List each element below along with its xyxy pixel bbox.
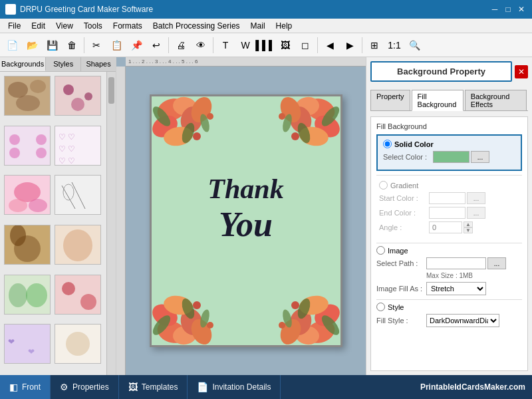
open-button[interactable]: 📂	[23, 36, 41, 55]
sidebar-scrollbar[interactable]	[106, 72, 116, 375]
start-color-browse-btn[interactable]: ...	[467, 192, 485, 204]
image-browse-btn[interactable]: ...	[487, 257, 506, 269]
cut-button[interactable]: ✂	[87, 36, 106, 55]
svg-point-22	[9, 283, 27, 307]
bg-thumb-11[interactable]: ❤❤	[4, 324, 51, 364]
forward-button[interactable]: ▶	[340, 36, 359, 55]
style-radio[interactable]	[376, 303, 385, 311]
menu-view[interactable]: View	[51, 20, 78, 32]
angle-input[interactable]	[429, 221, 462, 233]
bottom-tab-invitation-label: Invitation Details	[212, 382, 271, 392]
start-color-row: Start Color : ...	[379, 192, 519, 204]
select-path-input[interactable]	[426, 257, 486, 269]
svg-point-7	[36, 134, 47, 145]
zoom-100-button[interactable]: 1:1	[385, 36, 404, 55]
bg-thumb-8[interactable]	[55, 225, 101, 265]
tab-backgrounds[interactable]: Backgrounds	[0, 57, 46, 71]
start-color-swatch[interactable]	[429, 192, 466, 204]
toolbar: 📄 📂 💾 🗑 ✂ 📋 📌 ↩ 🖨 👁 T W ▌▌▌ 🖼 ◻ ◀ ▶ ⊞ 1:…	[0, 33, 532, 57]
bg-thumb-4[interactable]: ♡ ♡♡ ♡♡ ♡	[55, 126, 101, 166]
svg-point-2	[16, 95, 40, 111]
paste-button[interactable]: 📌	[127, 36, 146, 55]
maximize-button[interactable]: □	[503, 4, 513, 15]
angle-label: Angle :	[379, 223, 429, 231]
angle-spin-down[interactable]: ▼	[464, 227, 473, 233]
shape-button[interactable]: ◻	[296, 36, 315, 55]
bg-thumb-9[interactable]	[4, 275, 51, 315]
delete-button[interactable]: 🗑	[63, 36, 81, 55]
tab-styles[interactable]: Styles	[46, 57, 81, 71]
save-button[interactable]: 💾	[43, 36, 61, 55]
zoom-in-button[interactable]: 🔍	[405, 36, 424, 55]
image-fill-as-label: Image Fill As :	[376, 285, 426, 293]
svg-point-3	[63, 84, 74, 95]
divider-1	[376, 175, 522, 176]
gradient-label: Gradient	[390, 182, 418, 190]
fill-bg-label: Fill Background	[376, 122, 522, 130]
print-button[interactable]: 🖨	[172, 36, 190, 55]
style-section: Style Fill Style : DarkDownwardDiagona L…	[376, 303, 522, 327]
menu-edit[interactable]: Edit	[26, 20, 51, 32]
main-layout: Backgrounds Styles Shapes ♡ ♡♡ ♡♡ ♡	[0, 57, 532, 375]
ruler-top: 1 . . . 2 . . . 3 . . . 4 . . . 5 . . . …	[126, 57, 366, 66]
fill-style-select[interactable]: DarkDownwardDiagona LightDownwardDiag	[426, 314, 499, 327]
svg-point-21	[63, 229, 92, 261]
end-color-browse-btn[interactable]: ...	[467, 207, 485, 219]
panel-close-button[interactable]: ✕	[515, 65, 528, 78]
bottom-tab-front[interactable]: ◧ Front	[0, 375, 51, 399]
bottom-tab-templates[interactable]: 🖼 Templates	[119, 375, 188, 399]
bg-thumb-7[interactable]	[4, 225, 51, 265]
svg-point-24	[62, 282, 75, 295]
menu-mail[interactable]: Mail	[245, 20, 271, 32]
bottom-tab-templates-label: Templates	[142, 382, 178, 392]
back-button[interactable]: ◀	[321, 36, 339, 55]
svg-point-5	[71, 98, 84, 111]
image-radio[interactable]	[376, 246, 385, 255]
menu-help[interactable]: Help	[271, 20, 298, 32]
tab-fill-background[interactable]: Fill Background	[412, 90, 464, 111]
barcode-button[interactable]: ▌▌▌	[256, 36, 275, 55]
bg-thumb-10[interactable]	[55, 275, 101, 315]
end-color-swatch[interactable]	[429, 207, 466, 219]
minimize-button[interactable]: ─	[489, 4, 500, 15]
preview-button[interactable]: 👁	[192, 36, 210, 55]
menu-file[interactable]: File	[3, 20, 26, 32]
tab-bg-effects[interactable]: Background Effects	[465, 90, 527, 110]
svg-text:♡ ♡: ♡ ♡	[59, 156, 75, 165]
greeting-card[interactable]: Thank You	[150, 94, 342, 347]
gradient-radio[interactable]	[379, 181, 388, 190]
solid-color-swatch[interactable]	[433, 151, 469, 163]
svg-point-28	[66, 332, 90, 356]
bg-thumb-1[interactable]	[4, 76, 51, 116]
menu-tools[interactable]: Tools	[78, 20, 108, 32]
close-button[interactable]: ✕	[516, 4, 527, 15]
bg-thumb-6[interactable]	[55, 175, 101, 215]
solid-color-radio[interactable]	[383, 140, 392, 148]
bottom-tab-invitation[interactable]: 📄 Invitation Details	[188, 375, 281, 399]
bg-thumb-2[interactable]	[55, 76, 101, 116]
tab-shapes[interactable]: Shapes	[81, 57, 116, 71]
bg-thumb-3[interactable]	[4, 126, 51, 166]
menu-formats[interactable]: Formats	[108, 20, 148, 32]
angle-spin-up[interactable]: ▲	[464, 221, 473, 227]
zoom-fit-button[interactable]: ⊞	[365, 36, 384, 55]
style-radio-row: Style	[376, 303, 522, 311]
svg-text:♡ ♡: ♡ ♡	[59, 132, 75, 142]
undo-button[interactable]: ↩	[147, 36, 166, 55]
gradient-section: Gradient Start Color : ... End Color : .…	[376, 178, 522, 239]
menu-batch[interactable]: Batch Processing Series	[148, 20, 245, 32]
copy-button[interactable]: 📋	[107, 36, 126, 55]
tab-property[interactable]: Property	[370, 90, 410, 110]
new-button[interactable]: 📄	[3, 36, 21, 55]
fill-style-label: Fill Style :	[376, 317, 426, 325]
bg-thumb-12[interactable]	[55, 324, 101, 364]
text-button[interactable]: T	[216, 36, 235, 55]
bottom-tab-properties[interactable]: ⚙ Properties	[51, 375, 119, 399]
window-controls: ─ □ ✕	[489, 4, 527, 15]
image-button[interactable]: 🖼	[276, 36, 295, 55]
svg-point-38	[193, 132, 201, 140]
wordart-button[interactable]: W	[236, 36, 255, 55]
image-fill-select[interactable]: Stretch Tile Center Fit	[426, 282, 486, 295]
bg-thumb-5[interactable]	[4, 175, 51, 215]
solid-color-browse-btn[interactable]: ...	[471, 151, 489, 163]
